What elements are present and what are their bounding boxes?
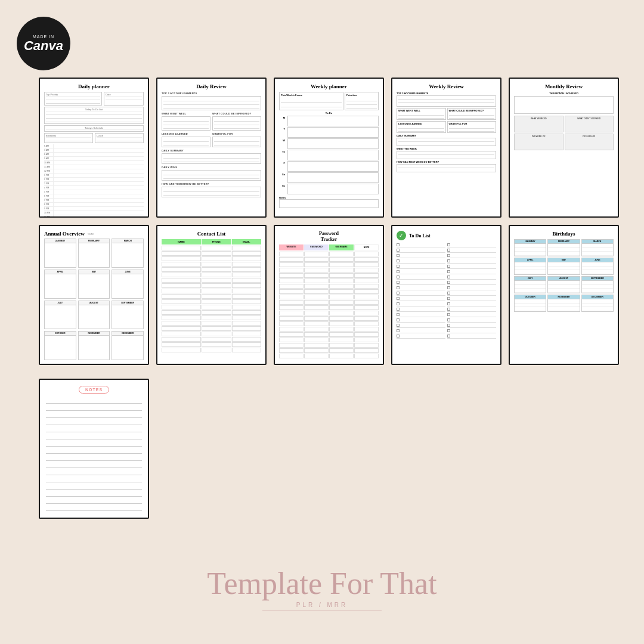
password-tracker-row (279, 295, 379, 299)
notes-card: NOTES (39, 379, 149, 519)
todo-row (447, 280, 496, 285)
todo-row (397, 334, 445, 339)
daily-review-card: Daily Review TOP 3 ACCOMPLISHMENTS WHAT … (156, 78, 267, 218)
notes-line (46, 506, 142, 511)
daily-review-content: TOP 3 ACCOMPLISHMENTS WHAT WENT WELL WHA… (162, 92, 261, 213)
contact-list-row (162, 299, 261, 304)
password-tracker-row (279, 321, 379, 326)
annual-overview-title: Annual Overview (44, 231, 85, 237)
notes-line (46, 405, 142, 411)
todo-row (447, 334, 496, 339)
contact-list-row (162, 326, 261, 331)
password-tracker-row (279, 311, 379, 315)
do-more-of: DO MORE OF (514, 134, 564, 150)
contact-list-row (162, 283, 261, 288)
contact-list-row (162, 321, 261, 326)
notes-line (46, 499, 142, 504)
password-tracker-row (279, 252, 379, 256)
notes-line (46, 491, 142, 497)
annual-overview-card: Annual Overview YEAR JANUARY FEBRUARY MA… (39, 225, 149, 365)
weekly-planner-content: This Week's Focus Priorities To-Do M T W (279, 92, 379, 213)
todo-row (397, 329, 445, 333)
todo-row (397, 312, 445, 317)
notes-line (46, 398, 142, 404)
contact-list-content: NAME PHONE EMAIL (162, 239, 261, 360)
todo-row (397, 307, 445, 312)
password-tracker-title: PasswordTracker (279, 231, 379, 242)
todo-row (397, 264, 445, 269)
brand-section: Template For That PLR / MRR (0, 568, 644, 611)
what-worked: WHAT WORKED (514, 116, 564, 132)
row3: NOTES (39, 379, 149, 519)
daily-planner-card: Daily planner Top Priority Date Today To… (39, 78, 149, 218)
todo-row (447, 296, 496, 301)
todo-row (447, 312, 496, 317)
monthly-review-card: Monthly Review THIS MONTH I ACHIEVED WHA… (509, 78, 619, 218)
check-icon: ✓ (397, 231, 406, 240)
password-tracker-row (279, 257, 379, 262)
contact-list-row (162, 273, 261, 277)
todo-row (447, 286, 496, 290)
todo-row (397, 280, 445, 285)
todo-row (397, 291, 445, 296)
notes-line (46, 456, 142, 461)
password-tracker-row (279, 278, 379, 283)
todo-row (397, 253, 445, 258)
notes-line (46, 513, 142, 518)
password-tracker-row (279, 273, 379, 278)
contact-list-row (162, 332, 261, 336)
contact-list-row (162, 246, 261, 250)
weekly-review-content: TOP 3 ACCOMPLISHMENTS WHAT WENT WELL WHA… (397, 92, 496, 213)
contact-list-row (162, 315, 261, 320)
cl-phone-header: PHONE (202, 239, 231, 244)
password-tracker-row (279, 327, 379, 332)
cl-email-header: EMAIL (232, 239, 262, 244)
password-tracker-card: PasswordTracker WEBSITE PASSWORD USERNAM… (274, 225, 384, 365)
contact-list-row (162, 305, 261, 309)
contact-list-row (162, 337, 261, 342)
birthdays-title: Birthdays (514, 231, 614, 237)
contact-list-row (162, 294, 261, 299)
todo-row (447, 248, 496, 253)
notes-line (46, 441, 142, 447)
todo-row (397, 275, 445, 280)
password-tracker-content: WEBSITE PASSWORD USERNAME NOTE (279, 244, 379, 360)
schedule-grid: 6 AM 7 AM 8 AM 9 AM 10 AM 11 AM 12 PM 1 … (44, 144, 144, 218)
birthdays-grid: JANUARY FEBRUARY MARCH APRIL MAY JUNE JU… (514, 239, 614, 312)
brand-subtitle: PLR / MRR (0, 602, 644, 608)
monthly-review-content: THIS MONTH I ACHIEVED WHAT WORKED WHAT D… (514, 92, 614, 213)
brand-name: Template For That (0, 568, 644, 599)
todo-list-card: ✓ To Do List (391, 225, 501, 365)
contact-list-row (162, 348, 261, 352)
contact-list-row (162, 256, 261, 261)
todo-row (397, 318, 445, 323)
todo-row (447, 291, 496, 296)
todo-row (447, 323, 496, 328)
todo-row (397, 270, 445, 274)
password-tracker-row (279, 338, 379, 342)
weekly-planner-card: Weekly planner This Week's Focus Priorit… (274, 78, 384, 218)
monthly-review-title: Monthly Review (514, 83, 614, 89)
contact-list-title: Contact List (162, 231, 261, 237)
password-tracker-row (279, 284, 379, 289)
pt-password-header: PASSWORD (304, 244, 329, 250)
what-didnt-work: WHAT DIDN'T WORKED (565, 116, 614, 132)
todo-row (447, 270, 496, 274)
password-tracker-row (279, 348, 379, 353)
password-tracker-row (279, 316, 379, 321)
password-tracker-row (279, 332, 379, 337)
notes-line (46, 434, 142, 439)
todo-title: To Do List (409, 233, 431, 239)
todo-row (397, 243, 445, 247)
todo-content (397, 243, 496, 360)
notes-line (46, 427, 142, 432)
notes-lines (46, 398, 142, 519)
todo-row (447, 264, 496, 269)
brand-underline (262, 611, 382, 611)
password-tracker-row (279, 262, 379, 267)
todo-row (397, 248, 445, 253)
daily-planner-title: Daily planner (44, 83, 144, 89)
todo-row (397, 302, 445, 306)
notes-line (46, 470, 142, 475)
daily-planner-content: Top Priority Date Today To-Do List Today… (44, 92, 144, 218)
